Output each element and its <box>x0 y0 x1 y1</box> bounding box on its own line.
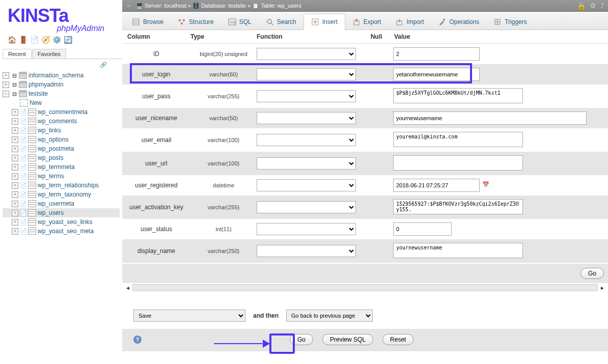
tab-browse[interactable]: Browse <box>125 14 171 30</box>
export-icon <box>352 18 361 26</box>
val-pass[interactable]: $P$Bjz5XYTglGOLc6KMBkUt/djMN.7kst1 <box>393 88 523 103</box>
nav-icon[interactable]: 🧭 <box>41 36 49 44</box>
tab-structure[interactable]: Structure <box>171 14 221 30</box>
refresh-icon[interactable]: 🔄 <box>64 36 72 44</box>
link-icon[interactable]: 🔗 <box>0 59 122 71</box>
fn-email[interactable] <box>257 134 356 146</box>
fn-reg[interactable] <box>257 179 356 191</box>
table-icon: 📋 <box>252 3 259 9</box>
fn-id[interactable] <box>257 48 356 60</box>
tree-tbl-commentmeta[interactable]: +📄wp_commentmeta <box>3 107 120 117</box>
tab-recent[interactable]: Recent <box>3 49 32 59</box>
reset-button[interactable]: Reset <box>382 334 413 345</box>
go-button[interactable]: Go <box>290 334 313 345</box>
tree-new[interactable]: New <box>3 98 120 107</box>
tree-tbl-posts[interactable]: +📄wp_posts <box>3 153 120 162</box>
scroll-left-icon[interactable]: ◄ <box>125 285 130 291</box>
lock-icon[interactable]: 🔒 <box>577 2 586 10</box>
tree-db-testsite[interactable]: −⊟testsite <box>3 89 120 98</box>
fn-url[interactable] <box>257 157 356 170</box>
tree-tbl-comments[interactable]: +📄wp_comments <box>3 117 120 126</box>
type-login: varchar(60) <box>190 71 257 77</box>
hdr-column: Column <box>122 33 190 40</box>
col-id: ID <box>122 50 190 58</box>
val-url[interactable] <box>393 155 523 171</box>
tree-db-information-schema[interactable]: +⊟information_schema <box>3 71 120 80</box>
home-icon[interactable]: 🏠 <box>8 36 16 44</box>
tab-favorites[interactable]: Favorites <box>32 49 66 59</box>
fn-login[interactable] <box>257 68 356 80</box>
tree-tbl-options[interactable]: +📄wp_options <box>3 135 120 144</box>
help-icon[interactable]: ? <box>133 335 142 344</box>
server-icon: 🖥️ <box>136 3 143 9</box>
sidebar-toolbar: 🏠 🚪 📄 🧭 ⚙️ 🔄 <box>0 33 122 46</box>
sidebar: KINSTa phpMyAdmin 🏠 🚪 📄 🧭 ⚙️ 🔄 Recent Fa… <box>0 0 122 364</box>
triggers-icon <box>493 18 502 26</box>
val-id[interactable] <box>393 47 480 61</box>
hdr-null: Null <box>364 33 389 40</box>
val-email[interactable]: youremail@kinsta.com <box>393 132 523 147</box>
browse-icon <box>132 18 140 26</box>
settings-icon[interactable]: ⚙ <box>590 2 596 10</box>
calendar-icon[interactable]: 📅 <box>482 181 491 190</box>
tree-tbl-postmeta[interactable]: +📄wp_postmeta <box>3 144 120 153</box>
tree-tbl-yoast-links[interactable]: +📄wp_yoast_seo_links <box>3 217 120 227</box>
go-button-top[interactable]: Go <box>581 268 604 279</box>
bottom-bar: Save and then Go back to previous page ?… <box>122 302 608 351</box>
tab-search[interactable]: Search <box>259 14 303 30</box>
scrollbar-track[interactable] <box>132 284 598 291</box>
main: ← 🖥️ Server: localhost » 🗄️ Database: te… <box>122 0 608 364</box>
col-display: display_name <box>122 247 190 255</box>
bc-tbl-label: Table: <box>261 3 275 9</box>
fn-akey[interactable] <box>257 201 356 213</box>
bc-server-link[interactable]: localhost <box>164 3 186 9</box>
val-akey[interactable]: 1529565927:$P$BfKOVzr3g50kzCqi2s6IeprZ3O… <box>393 199 523 214</box>
tab-export[interactable]: Export <box>345 14 389 30</box>
bc-db-link[interactable]: testsite <box>228 3 246 9</box>
tab-insert[interactable]: Insert <box>303 14 345 30</box>
preview-sql-button[interactable]: Preview SQL <box>322 334 373 345</box>
tree-tbl-usermeta[interactable]: +📄wp_usermeta <box>3 199 120 208</box>
row-display-name: display_name varchar(250) yournewusernam… <box>122 239 608 263</box>
logout-icon[interactable]: 🚪 <box>19 36 27 44</box>
val-login[interactable] <box>393 68 480 81</box>
svg-rect-5 <box>181 22 183 24</box>
tree-tbl-users[interactable]: +📄wp_users <box>3 208 120 217</box>
tab-sql[interactable]: SQLSQL <box>221 14 259 30</box>
svg-rect-3 <box>179 19 181 21</box>
val-nice[interactable] <box>393 111 587 125</box>
val-status[interactable] <box>393 222 452 236</box>
type-id: bigint(20) unsigned <box>190 51 257 57</box>
bc-tbl-link[interactable]: wp_users <box>278 3 301 9</box>
tree-tbl-term-taxonomy[interactable]: +📄wp_term_taxonomy <box>3 190 120 199</box>
tree-db-phpmyadmin[interactable]: +⊟phpmyadmin <box>3 80 120 89</box>
gear-icon[interactable]: ⚙️ <box>52 36 61 44</box>
up-icon[interactable]: ⤴ <box>600 2 604 10</box>
row-activation-key: user_activation_key varchar(255) 1529565… <box>122 195 608 219</box>
val-reg[interactable] <box>393 179 480 192</box>
fn-display[interactable] <box>257 245 356 257</box>
fn-status[interactable] <box>257 223 356 235</box>
row-user-email: user_email varchar(100) youremail@kinsta… <box>122 128 608 152</box>
after-action-select[interactable]: Go back to previous page <box>286 310 373 322</box>
fn-nice[interactable] <box>257 112 356 124</box>
val-display[interactable]: yournewusername <box>393 243 523 258</box>
collapse-icon[interactable]: ← <box>126 3 132 9</box>
action-select[interactable]: Save <box>133 310 245 322</box>
col-url: user_url <box>122 160 190 167</box>
fn-pass[interactable] <box>257 90 356 102</box>
operations-icon <box>438 18 446 26</box>
tree-tbl-term-relationships[interactable]: +📄wp_term_relationships <box>3 181 120 190</box>
tab-operations[interactable]: Operations <box>431 14 486 30</box>
tree-tbl-yoast-meta[interactable]: +📄wp_yoast_seo_meta <box>3 227 120 236</box>
doc-icon[interactable]: 📄 <box>30 36 38 44</box>
tree-tbl-links[interactable]: +📄wp_links <box>3 126 120 135</box>
tab-import[interactable]: Import <box>388 14 431 30</box>
go-bar: Go <box>122 264 608 283</box>
row-id: ID bigint(20) unsigned <box>122 44 608 64</box>
scroll-right-icon[interactable]: ► <box>600 285 605 291</box>
tab-triggers[interactable]: Triggers <box>486 14 534 30</box>
tree-tbl-terms[interactable]: +📄wp_terms <box>3 172 120 181</box>
svg-point-8 <box>267 19 271 23</box>
tree-tbl-termmeta[interactable]: +📄wp_termmeta <box>3 162 120 172</box>
